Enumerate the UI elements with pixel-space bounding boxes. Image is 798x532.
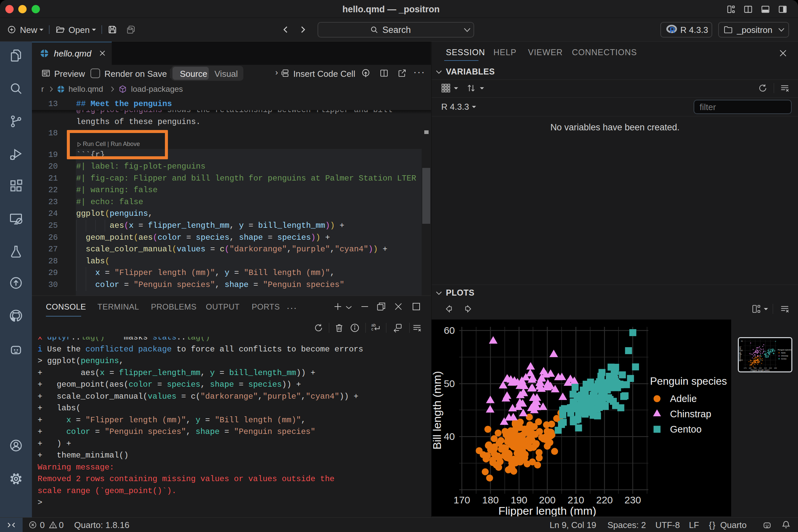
svg-text:170: 170	[744, 367, 747, 369]
svg-text:190: 190	[511, 494, 527, 506]
svg-text:180: 180	[482, 494, 499, 506]
svg-text:230: 230	[774, 367, 777, 369]
svg-text:210: 210	[568, 494, 584, 506]
svg-text:R: R	[670, 26, 675, 35]
svg-text:40: 40	[741, 359, 743, 361]
svg-text:Adelie: Adelie	[670, 393, 697, 404]
svg-text:Gentoo: Gentoo	[781, 358, 787, 360]
svg-text:50: 50	[741, 349, 743, 352]
svg-text:Flipper length (mm): Flipper length (mm)	[498, 505, 596, 516]
svg-text:Bill length (mm): Bill length (mm)	[739, 346, 741, 361]
svg-text:40: 40	[444, 431, 455, 442]
svg-text:230: 230	[624, 494, 641, 506]
svg-text:200: 200	[539, 494, 556, 506]
svg-text:50: 50	[444, 378, 455, 389]
svg-text:Penguin species: Penguin species	[778, 349, 791, 351]
svg-text:220: 220	[596, 494, 613, 506]
svg-text:60: 60	[741, 340, 743, 342]
svg-text:Penguin species: Penguin species	[650, 375, 727, 387]
svg-text:Chinstrap: Chinstrap	[670, 408, 711, 419]
svg-text:Flipper length (mm): Flipper length (mm)	[751, 369, 770, 372]
svg-text:c: c	[372, 327, 374, 331]
svg-text:60: 60	[444, 325, 455, 336]
svg-text:Gentoo: Gentoo	[670, 424, 702, 435]
svg-text:Chinstrap: Chinstrap	[781, 355, 788, 357]
svg-text:170: 170	[454, 494, 470, 506]
svg-text:Bill length (mm): Bill length (mm)	[432, 371, 443, 450]
svg-text:Adelie: Adelie	[781, 352, 786, 354]
